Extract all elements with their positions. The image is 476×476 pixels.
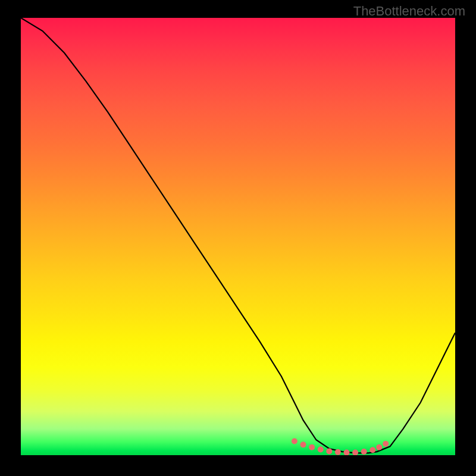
marker-dot [361,449,367,455]
marker-dot [376,444,382,450]
marker-dot [383,441,389,447]
marker-dot [369,447,375,453]
chart-svg [21,18,455,455]
curve-line [21,18,455,453]
marker-dot [344,450,350,455]
marker-dot [318,446,324,452]
marker-dot [309,444,315,450]
watermark-text: TheBottleneck.com [353,4,465,19]
marker-dot [352,450,358,455]
marker-dot [292,438,298,444]
marker-dot [300,441,306,447]
marker-dot [335,449,341,455]
marker-dot [326,448,332,454]
plot-area [21,18,455,455]
